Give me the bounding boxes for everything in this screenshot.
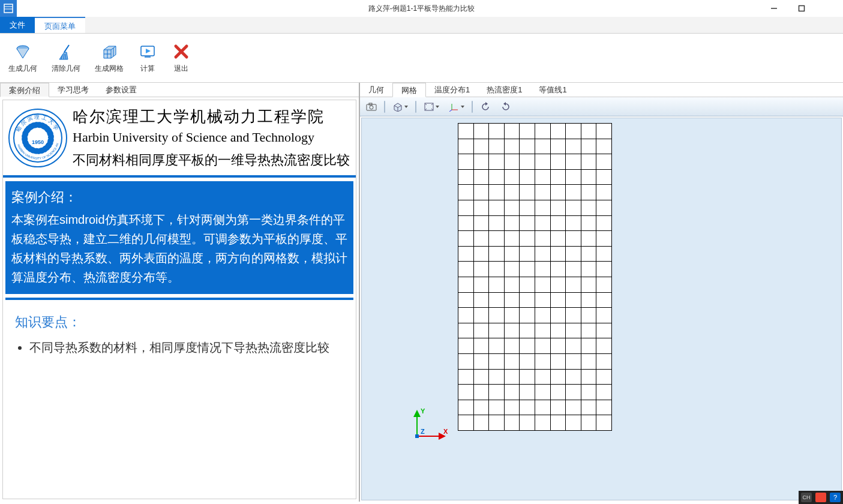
rotate-ccw-icon: [480, 102, 491, 112]
svg-text:Z: Z: [421, 428, 425, 435]
tab-geometry[interactable]: 几何: [360, 83, 392, 97]
broom-icon: [56, 42, 76, 61]
svg-text:X: X: [443, 428, 448, 435]
case-intro-box: 案例介绍： 本案例在simdroid仿真环境下，针对两侧为第一类边界条件的平板稳…: [5, 181, 353, 294]
rotate-right-button[interactable]: [498, 100, 514, 114]
fit-icon: [424, 102, 434, 112]
gen-geometry-icon: [13, 42, 32, 61]
view-cube-button[interactable]: [390, 100, 410, 114]
svg-line-6: [64, 45, 69, 52]
rotate-cw-icon: [500, 102, 511, 112]
svg-marker-35: [503, 102, 506, 106]
gen-geometry-button[interactable]: 生成几何: [5, 40, 41, 76]
minimize-button[interactable]: [760, 0, 788, 17]
clear-geometry-button[interactable]: 清除几何: [48, 40, 84, 76]
svg-text:1950: 1950: [32, 139, 44, 145]
screenshot-button[interactable]: [364, 100, 379, 114]
tray-sogou-icon[interactable]: [815, 493, 826, 502]
tab-mesh[interactable]: 网格: [392, 83, 426, 97]
svg-marker-34: [485, 102, 488, 106]
gen-mesh-label: 生成网格: [95, 64, 124, 74]
close-x-icon: [172, 42, 191, 61]
rotate-left-button[interactable]: [478, 100, 493, 114]
compute-button[interactable]: 计算: [134, 40, 161, 76]
clear-geometry-label: 清除几何: [52, 64, 80, 74]
left-tabs: 案例介绍 学习思考 参数设置: [0, 83, 359, 97]
exit-label: 退出: [174, 64, 188, 74]
svg-rect-0: [4, 4, 13, 13]
gen-mesh-button[interactable]: 生成网格: [91, 40, 127, 76]
window-title: 路义萍-例题1-1平板导热能力比较: [368, 4, 475, 14]
coordinate-axes: Y X Z: [410, 407, 452, 446]
separator: [415, 101, 416, 113]
divider: [5, 298, 353, 300]
tray-ime-icon[interactable]: CH: [801, 493, 812, 502]
compute-label: 计算: [140, 64, 155, 74]
case-intro-heading: 案例介绍：: [11, 188, 347, 206]
tray-help-icon[interactable]: ?: [830, 493, 841, 502]
tab-contour1[interactable]: 等值线1: [530, 83, 575, 97]
left-body: 哈 尔 滨 理 工 大 学 1950 HARBIN UNIVERSITY OF …: [2, 100, 356, 499]
exit-button[interactable]: 退出: [168, 40, 194, 76]
university-header: 哈 尔 滨 理 工 大 学 1950 HARBIN UNIVERSITY OF …: [3, 100, 356, 178]
university-logo: 哈 尔 滨 理 工 大 学 1950 HARBIN UNIVERSITY OF …: [8, 108, 68, 168]
svg-marker-14: [146, 49, 151, 53]
separator: [472, 101, 473, 113]
chevron-down-icon: [404, 106, 408, 108]
case-subtitle: 不同材料相同厚度平板的一维导热热流密度比较: [73, 151, 350, 169]
svg-text:Y: Y: [421, 407, 425, 415]
university-text: 哈尔滨理工大学机械动力工程学院 Harbin University of Sci…: [73, 106, 350, 169]
svg-line-33: [449, 110, 452, 112]
mesh-viewport[interactable]: Y X Z: [361, 118, 842, 500]
mesh-grid: [458, 123, 612, 431]
cube-icon: [392, 102, 403, 112]
right-pane: 几何 网格 温度分布1 热流密度1 等值线1: [360, 83, 843, 502]
maximize-button[interactable]: [788, 0, 815, 17]
menu-file[interactable]: 文件: [0, 17, 35, 33]
university-name-en: Harbin University of Science and Technol…: [73, 130, 350, 145]
window-controls: [760, 0, 843, 17]
menu-bar: 文件 页面菜单: [0, 17, 843, 34]
knowledge-item: 不同导热系数的材料，相同厚度情况下导热热流密度比较: [29, 337, 344, 358]
tab-case-intro[interactable]: 案例介绍: [0, 83, 49, 97]
axes-icon: [449, 102, 460, 112]
gen-geometry-label: 生成几何: [8, 64, 37, 74]
tab-temperature1[interactable]: 温度分布1: [426, 83, 478, 97]
title-bar: 路义萍-例题1-1平板导热能力比较: [0, 0, 843, 17]
case-intro-body: 本案例在simdroid仿真环境下，针对两侧为第一类边界条件的平板稳态导热，建立…: [11, 210, 347, 287]
right-tabs: 几何 网格 温度分布1 热流密度1 等值线1: [360, 83, 843, 97]
menu-pagemenu[interactable]: 页面菜单: [35, 17, 85, 33]
fit-view-button[interactable]: [421, 100, 442, 114]
separator: [384, 101, 385, 113]
content-area: 案例介绍 学习思考 参数设置 哈 尔 滨 理 工 大 学 1950 HARBIN…: [0, 83, 843, 502]
tab-study[interactable]: 学习思考: [49, 83, 97, 97]
svg-point-28: [370, 106, 373, 109]
tab-heatflux1[interactable]: 热流密度1: [478, 83, 530, 97]
viewport-toolbar: [360, 97, 843, 116]
knowledge-heading: 知识要点：: [15, 313, 344, 331]
play-icon: [138, 42, 157, 61]
camera-icon: [366, 102, 377, 112]
chevron-down-icon: [436, 106, 439, 108]
tab-params[interactable]: 参数设置: [97, 83, 145, 97]
app-icon: [0, 0, 17, 17]
chevron-down-icon: [461, 106, 464, 108]
svg-rect-4: [799, 6, 805, 11]
svg-rect-38: [415, 434, 419, 438]
university-name-cn: 哈尔滨理工大学机械动力工程学院: [73, 106, 350, 127]
axes-view-button[interactable]: [446, 100, 467, 114]
mesh-cube-icon: [100, 42, 119, 61]
left-pane: 案例介绍 学习思考 参数设置 哈 尔 滨 理 工 大 学 1950 HARBIN…: [0, 83, 360, 502]
ribbon-toolbar: 生成几何 清除几何 生成网格 计算 退出: [0, 34, 843, 83]
system-tray: CH ?: [799, 491, 843, 504]
knowledge-points: 知识要点： 不同导热系数的材料，相同厚度情况下导热热流密度比较: [3, 302, 356, 368]
